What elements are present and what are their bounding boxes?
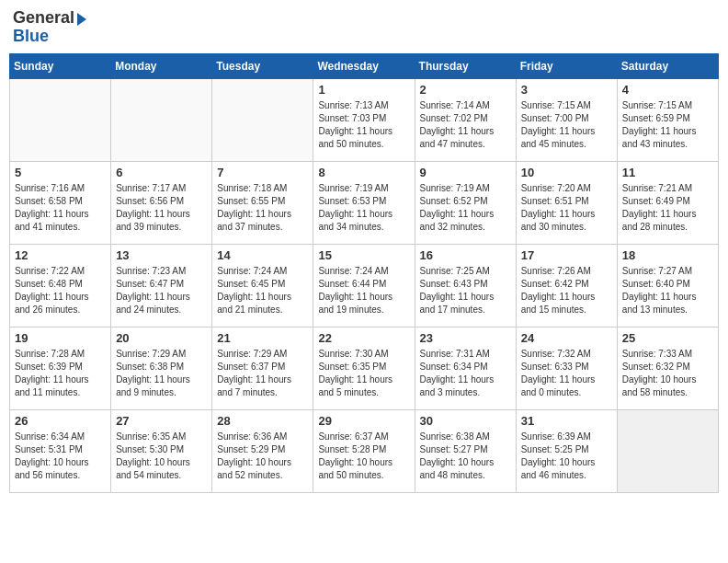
calendar-cell: 27Sunrise: 6:35 AM Sunset: 5:30 PM Dayli…	[111, 409, 212, 492]
calendar-cell: 26Sunrise: 6:34 AM Sunset: 5:31 PM Dayli…	[10, 409, 111, 492]
day-info: Sunrise: 6:34 AM Sunset: 5:31 PM Dayligh…	[15, 431, 106, 482]
calendar-cell: 22Sunrise: 7:30 AM Sunset: 6:35 PM Dayli…	[313, 327, 415, 409]
header-wednesday: Wednesday	[313, 53, 415, 78]
day-number: 21	[217, 331, 308, 345]
calendar-cell	[10, 78, 111, 161]
day-info: Sunrise: 7:29 AM Sunset: 6:37 PM Dayligh…	[217, 348, 308, 399]
calendar-cell: 21Sunrise: 7:29 AM Sunset: 6:37 PM Dayli…	[212, 327, 313, 409]
day-info: Sunrise: 6:37 AM Sunset: 5:28 PM Dayligh…	[318, 431, 409, 482]
day-number: 22	[318, 331, 409, 345]
calendar-cell	[111, 78, 212, 161]
day-number: 19	[15, 331, 106, 345]
day-info: Sunrise: 7:19 AM Sunset: 6:53 PM Dayligh…	[318, 182, 409, 234]
day-number: 17	[521, 248, 612, 262]
day-number: 26	[15, 414, 106, 428]
day-info: Sunrise: 7:24 AM Sunset: 6:44 PM Dayligh…	[318, 265, 409, 316]
calendar-cell: 1Sunrise: 7:13 AM Sunset: 7:03 PM Daylig…	[313, 78, 415, 161]
day-number: 23	[420, 331, 511, 345]
header-tuesday: Tuesday	[212, 53, 313, 78]
day-number: 31	[521, 414, 612, 428]
day-number: 24	[521, 331, 612, 345]
calendar-cell: 6Sunrise: 7:17 AM Sunset: 6:56 PM Daylig…	[111, 161, 212, 244]
day-info: Sunrise: 7:31 AM Sunset: 6:34 PM Dayligh…	[420, 348, 511, 399]
day-number: 9	[420, 166, 511, 179]
calendar-cell: 2Sunrise: 7:14 AM Sunset: 7:02 PM Daylig…	[415, 78, 516, 161]
day-number: 27	[116, 414, 207, 428]
day-number: 8	[318, 166, 409, 179]
calendar-cell: 24Sunrise: 7:32 AM Sunset: 6:33 PM Dayli…	[516, 327, 617, 409]
calendar-cell	[617, 409, 718, 492]
calendar-cell: 3Sunrise: 7:15 AM Sunset: 7:00 PM Daylig…	[516, 78, 617, 161]
day-info: Sunrise: 6:35 AM Sunset: 5:30 PM Dayligh…	[116, 431, 207, 482]
calendar-cell: 25Sunrise: 7:33 AM Sunset: 6:32 PM Dayli…	[617, 327, 718, 409]
day-number: 20	[116, 331, 207, 345]
day-info: Sunrise: 7:14 AM Sunset: 7:02 PM Dayligh…	[420, 99, 511, 151]
calendar-cell: 19Sunrise: 7:28 AM Sunset: 6:39 PM Dayli…	[10, 327, 111, 409]
week-row-5: 26Sunrise: 6:34 AM Sunset: 5:31 PM Dayli…	[10, 409, 719, 492]
day-info: Sunrise: 7:19 AM Sunset: 6:52 PM Dayligh…	[420, 182, 511, 234]
day-info: Sunrise: 7:16 AM Sunset: 6:58 PM Dayligh…	[15, 182, 106, 234]
day-number: 6	[116, 166, 207, 179]
week-row-1: 1Sunrise: 7:13 AM Sunset: 7:03 PM Daylig…	[10, 78, 719, 161]
day-info: Sunrise: 7:33 AM Sunset: 6:32 PM Dayligh…	[622, 348, 713, 399]
week-row-4: 19Sunrise: 7:28 AM Sunset: 6:39 PM Dayli…	[10, 327, 719, 409]
calendar-cell: 7Sunrise: 7:18 AM Sunset: 6:55 PM Daylig…	[212, 161, 313, 244]
day-info: Sunrise: 7:27 AM Sunset: 6:40 PM Dayligh…	[622, 265, 713, 316]
header-saturday: Saturday	[617, 53, 718, 78]
calendar-cell: 28Sunrise: 6:36 AM Sunset: 5:29 PM Dayli…	[212, 409, 313, 492]
day-info: Sunrise: 7:22 AM Sunset: 6:48 PM Dayligh…	[15, 265, 106, 316]
day-number: 16	[420, 248, 511, 262]
logo-blue: Blue	[13, 28, 86, 46]
day-number: 1	[318, 83, 409, 97]
day-info: Sunrise: 7:13 AM Sunset: 7:03 PM Dayligh…	[318, 99, 409, 151]
calendar-cell: 29Sunrise: 6:37 AM Sunset: 5:28 PM Dayli…	[313, 409, 415, 492]
calendar-cell: 31Sunrise: 6:39 AM Sunset: 5:25 PM Dayli…	[516, 409, 617, 492]
header-friday: Friday	[516, 53, 617, 78]
day-number: 12	[15, 248, 106, 262]
logo: General Blue	[13, 9, 86, 46]
logo-arrow-icon	[77, 13, 86, 26]
day-number: 15	[318, 248, 409, 262]
day-info: Sunrise: 7:15 AM Sunset: 7:00 PM Dayligh…	[521, 99, 612, 151]
day-info: Sunrise: 7:20 AM Sunset: 6:51 PM Dayligh…	[521, 182, 612, 234]
calendar-cell: 12Sunrise: 7:22 AM Sunset: 6:48 PM Dayli…	[10, 244, 111, 327]
calendar-cell: 16Sunrise: 7:25 AM Sunset: 6:43 PM Dayli…	[415, 244, 516, 327]
day-info: Sunrise: 6:36 AM Sunset: 5:29 PM Dayligh…	[217, 431, 308, 482]
day-number: 29	[318, 414, 409, 428]
calendar-cell: 13Sunrise: 7:23 AM Sunset: 6:47 PM Dayli…	[111, 244, 212, 327]
day-number: 18	[622, 248, 713, 262]
day-info: Sunrise: 7:18 AM Sunset: 6:55 PM Dayligh…	[217, 182, 308, 234]
calendar-cell: 4Sunrise: 7:15 AM Sunset: 6:59 PM Daylig…	[617, 78, 718, 161]
calendar-cell: 17Sunrise: 7:26 AM Sunset: 6:42 PM Dayli…	[516, 244, 617, 327]
header-sunday: Sunday	[10, 53, 111, 78]
day-number: 14	[217, 248, 308, 262]
day-number: 5	[15, 166, 106, 179]
day-info: Sunrise: 6:39 AM Sunset: 5:25 PM Dayligh…	[521, 431, 612, 482]
header-thursday: Thursday	[415, 53, 516, 78]
calendar-cell: 30Sunrise: 6:38 AM Sunset: 5:27 PM Dayli…	[415, 409, 516, 492]
day-info: Sunrise: 7:21 AM Sunset: 6:49 PM Dayligh…	[622, 182, 713, 234]
day-info: Sunrise: 7:24 AM Sunset: 6:45 PM Dayligh…	[217, 265, 308, 316]
calendar-cell: 10Sunrise: 7:20 AM Sunset: 6:51 PM Dayli…	[516, 161, 617, 244]
day-info: Sunrise: 7:25 AM Sunset: 6:43 PM Dayligh…	[420, 265, 511, 316]
calendar-cell: 14Sunrise: 7:24 AM Sunset: 6:45 PM Dayli…	[212, 244, 313, 327]
day-number: 2	[420, 83, 511, 97]
logo-general: General	[13, 9, 74, 28]
day-info: Sunrise: 7:23 AM Sunset: 6:47 PM Dayligh…	[116, 265, 207, 316]
calendar-cell: 8Sunrise: 7:19 AM Sunset: 6:53 PM Daylig…	[313, 161, 415, 244]
day-number: 3	[521, 83, 612, 97]
day-info: Sunrise: 7:28 AM Sunset: 6:39 PM Dayligh…	[15, 348, 106, 399]
calendar-header-row: SundayMondayTuesdayWednesdayThursdayFrid…	[10, 53, 719, 78]
calendar-cell: 11Sunrise: 7:21 AM Sunset: 6:49 PM Dayli…	[617, 161, 718, 244]
day-number: 13	[116, 248, 207, 262]
day-number: 4	[622, 83, 713, 97]
day-info: Sunrise: 7:17 AM Sunset: 6:56 PM Dayligh…	[116, 182, 207, 234]
day-number: 10	[521, 166, 612, 179]
week-row-3: 12Sunrise: 7:22 AM Sunset: 6:48 PM Dayli…	[10, 244, 719, 327]
day-info: Sunrise: 7:15 AM Sunset: 6:59 PM Dayligh…	[622, 99, 713, 151]
day-number: 30	[420, 414, 511, 428]
calendar-cell: 23Sunrise: 7:31 AM Sunset: 6:34 PM Dayli…	[415, 327, 516, 409]
calendar-table: SundayMondayTuesdayWednesdayThursdayFrid…	[9, 53, 719, 493]
day-number: 11	[622, 166, 713, 179]
week-row-2: 5Sunrise: 7:16 AM Sunset: 6:58 PM Daylig…	[10, 161, 719, 244]
